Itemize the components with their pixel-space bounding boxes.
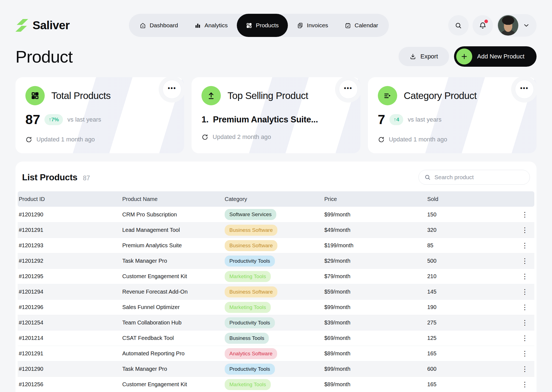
calendar-icon	[345, 22, 351, 29]
table-header: Product ID Product Name Category Price S…	[18, 191, 534, 207]
cell-product-id: #1201294	[18, 289, 121, 295]
cell-sold: 145	[426, 289, 509, 295]
table-row[interactable]: #1201295 Customer Engagement Kit Marketi…	[18, 269, 534, 284]
table-row[interactable]: #1201256 Customer Engagement Kit Marketi…	[18, 377, 534, 392]
table-row[interactable]: #1201290 Task Manager Pro Productivity T…	[18, 361, 534, 377]
cell-product-name: Task Manager Pro	[121, 366, 224, 372]
row-menu-button[interactable]: ⋮	[521, 304, 528, 311]
list-products-panel: List Products 87 Product ID Product Name…	[15, 162, 537, 392]
cell-sold: 85	[426, 242, 509, 249]
nav-label: Dashboard	[150, 22, 178, 29]
top-selling-icon	[201, 86, 221, 105]
nav-label: Products	[256, 22, 279, 29]
row-menu-button[interactable]: ⋮	[521, 273, 528, 280]
column-header-category: Category	[224, 196, 323, 202]
row-menu-button[interactable]: ⋮	[521, 257, 528, 264]
category-badge: Business Software	[225, 225, 277, 236]
cell-sold: 600	[426, 366, 509, 372]
category-badge: Marketing Tools	[225, 302, 271, 313]
home-icon	[140, 22, 146, 29]
product-search-box[interactable]	[418, 170, 530, 185]
cell-price: $69/month	[323, 335, 426, 341]
row-menu-button[interactable]: ⋮	[521, 366, 528, 372]
row-menu-button[interactable]: ⋮	[521, 227, 528, 233]
cell-price: $49/month	[323, 227, 426, 233]
cell-product-id: #1201254	[18, 319, 121, 326]
cell-product-name: Sales Funnel Optimizer	[121, 304, 224, 310]
row-menu-button[interactable]: ⋮	[521, 211, 528, 218]
table-row[interactable]: #1201296 Sales Funnel Optimizer Marketin…	[18, 299, 534, 315]
profile-menu[interactable]	[497, 14, 537, 37]
cell-sold: 150	[426, 211, 509, 218]
export-button[interactable]: Export	[399, 47, 449, 66]
list-count: 87	[83, 174, 90, 182]
add-new-product-label: Add New Product	[477, 53, 524, 60]
compare-label: vs last years	[408, 116, 441, 123]
nav-item-dashboard[interactable]: Dashboard	[132, 14, 185, 37]
column-header-product-name: Product Name	[121, 196, 224, 202]
cell-product-name: Customer Engagement Kit	[121, 273, 224, 280]
cell-sold: 165	[426, 350, 509, 357]
search-icon	[424, 174, 431, 181]
cell-price: $29/month	[323, 258, 426, 264]
add-new-product-button[interactable]: Add New Product	[454, 46, 537, 67]
category-badge: Software Services	[225, 209, 276, 220]
cell-product-name: Automated Reporting Pro	[121, 350, 224, 357]
cell-product-name: Revenue Forecast Add-On	[121, 289, 224, 295]
card-title: Top Selling Product	[227, 90, 308, 101]
cell-product-id: #1201291	[18, 227, 121, 233]
search-button[interactable]	[448, 15, 469, 36]
cell-product-id: #1201214	[18, 335, 121, 341]
cell-price: $79/month	[323, 273, 426, 280]
column-header-price: Price	[323, 196, 426, 202]
nav-item-analytics[interactable]: Analytics	[187, 14, 235, 37]
cell-product-name: Lead Management Tool	[121, 227, 224, 233]
search-input[interactable]	[434, 174, 524, 181]
table-row[interactable]: #1201291 Automated Reporting Pro Analyti…	[18, 346, 534, 361]
list-title: List Products	[22, 172, 78, 182]
table-row[interactable]: #1201290 CRM Pro Subscription Software S…	[18, 207, 534, 222]
cell-price: $39/month	[323, 319, 426, 326]
brand-logo[interactable]: Saliver	[15, 19, 70, 32]
cell-price: $99/month	[323, 304, 426, 310]
table-row[interactable]: #1201294 Revenue Forecast Add-On Busines…	[18, 284, 534, 299]
card-menu-button[interactable]: •••	[339, 80, 358, 99]
card-title: Category Product	[404, 90, 477, 101]
card-menu-button[interactable]: •••	[515, 80, 534, 99]
grid-icon	[246, 22, 252, 29]
bar-chart-icon	[195, 22, 201, 29]
export-label: Export	[420, 53, 438, 60]
nav-item-calendar[interactable]: Calendar	[337, 14, 386, 37]
category-list-icon	[378, 86, 397, 105]
table-body: #1201290 CRM Pro Subscription Software S…	[18, 207, 534, 392]
row-menu-button[interactable]: ⋮	[521, 350, 528, 357]
row-menu-button[interactable]: ⋮	[521, 381, 528, 388]
row-menu-button[interactable]: ⋮	[521, 242, 528, 249]
updated-label: Updated 1 month ago	[36, 136, 95, 143]
cell-product-name: Premium Analytics Suite	[121, 242, 224, 249]
cell-product-name: Team Collaboration Hub	[121, 319, 224, 326]
top-actions	[448, 14, 537, 37]
top-selling-card: ••• Top Selling Product 1. Premium Analy…	[192, 77, 360, 153]
nav-label: Analytics	[205, 22, 228, 29]
category-badge: Business Tools	[225, 333, 269, 344]
main-nav: Dashboard Analytics Products	[129, 14, 389, 37]
table-row[interactable]: #1201291 Lead Management Tool Business S…	[18, 222, 534, 238]
card-menu-button[interactable]: •••	[163, 80, 181, 99]
category-badge: Marketing Tools	[225, 379, 271, 390]
lightning-logo-icon	[15, 19, 28, 32]
row-menu-button[interactable]: ⋮	[521, 288, 528, 295]
row-menu-button[interactable]: ⋮	[521, 335, 528, 342]
stat-cards: ••• Total Products 87 ↑7% vs last years	[0, 67, 552, 153]
cell-product-name: CSAT Feedback Tool	[121, 335, 224, 341]
table-row[interactable]: #1201214 CSAT Feedback Tool Business Too…	[18, 330, 534, 346]
row-menu-button[interactable]: ⋮	[521, 319, 528, 326]
refresh-icon	[201, 134, 208, 141]
category-badge: Productivity Tools	[225, 256, 275, 267]
table-row[interactable]: #1201293 Premium Analytics Suite Busines…	[18, 238, 534, 253]
table-row[interactable]: #1201254 Team Collaboration Hub Producti…	[18, 315, 534, 330]
nav-item-products[interactable]: Products	[237, 14, 288, 37]
table-row[interactable]: #1201292 Task Manager Pro Productivity T…	[18, 253, 534, 269]
nav-item-invoices[interactable]: Invoices	[290, 14, 336, 37]
notifications-button[interactable]	[473, 15, 493, 36]
